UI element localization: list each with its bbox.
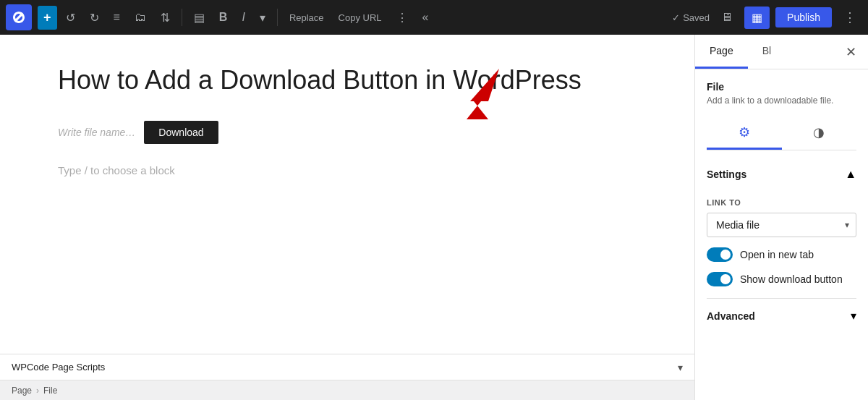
file-section-desc: Add a link to a downloadable file.: [707, 95, 856, 106]
undo-icon: ↺: [66, 11, 75, 25]
check-icon: ✓: [672, 12, 680, 23]
bold-icon: B: [219, 11, 228, 24]
align-button[interactable]: ▤: [188, 7, 210, 29]
updown-icon: ⇅: [161, 11, 170, 25]
show-download-toggle[interactable]: [707, 272, 733, 286]
block-placeholder[interactable]: Type / to choose a block: [58, 158, 637, 182]
bold-button[interactable]: B: [213, 7, 234, 28]
link-to-select[interactable]: Media file Attachment page Custom URL: [707, 213, 856, 237]
settings-section-header[interactable]: Settings ▲: [707, 162, 856, 187]
copy-url-label: Copy URL: [339, 12, 382, 23]
align-icon: ▤: [194, 11, 205, 25]
sidebar-body: File Add a link to a downloadable file. …: [695, 69, 868, 400]
advanced-section-header[interactable]: Advanced ▾: [707, 299, 856, 333]
saved-status: ✓ Saved: [672, 12, 710, 23]
link-to-label: LINK TO: [707, 198, 856, 207]
folder-icon: 🗂: [135, 11, 146, 24]
toolbar: + ↺ ↻ ≡ 🗂 ⇅ ▤ B I ▾ Replace Copy URL ⋮ «: [0, 0, 868, 35]
bottom-chevron-icon[interactable]: ▾: [678, 362, 683, 373]
list-view-button[interactable]: ≡: [108, 7, 126, 28]
toolbar-options-button[interactable]: ⋮: [838, 7, 862, 28]
chevron-down-icon: ▾: [260, 11, 265, 25]
breadcrumb-bar: Page › File: [0, 380, 694, 400]
file-section-title: File: [707, 81, 856, 93]
folder-button[interactable]: 🗂: [129, 7, 152, 28]
more-icon: ⋮: [396, 11, 408, 25]
redo-icon: ↻: [90, 11, 99, 25]
advanced-title: Advanced: [707, 310, 755, 322]
open-new-tab-toggle[interactable]: [707, 247, 733, 262]
format-dropdown[interactable]: ▾: [254, 7, 271, 29]
sidebar-panel: Page Bl ✕ File Add a link to a downloada…: [694, 35, 868, 400]
collapse-icon: «: [422, 11, 429, 24]
toolbar-actions: ✓ Saved 🖥 ▦ Publish ⋮: [672, 7, 862, 29]
tab-page[interactable]: Page: [695, 35, 748, 69]
divider-1: [182, 9, 182, 26]
more-options-button[interactable]: ⋮: [391, 7, 414, 29]
link-to-select-wrapper: Media file Attachment page Custom URL ▾: [707, 213, 856, 237]
expand-advanced-icon: ▾: [851, 309, 856, 323]
copy-url-button[interactable]: Copy URL: [333, 8, 388, 27]
editor-wrapper: How to Add a Download Button in WordPres…: [0, 35, 694, 400]
publish-button[interactable]: Publish: [775, 7, 832, 27]
replace-button[interactable]: Replace: [284, 8, 330, 27]
settings-section: Settings ▲ LINK TO Media file Attachment…: [707, 150, 856, 298]
move-button[interactable]: ⇅: [155, 7, 176, 29]
breadcrumb-page[interactable]: Page: [12, 386, 32, 396]
download-button[interactable]: Download: [144, 121, 218, 144]
editor-content[interactable]: How to Add a Download Button in WordPres…: [0, 35, 694, 354]
settings-toggle-button[interactable]: ▦: [744, 7, 770, 29]
monitor-icon: 🖥: [721, 11, 733, 24]
advanced-section: Advanced ▾: [707, 298, 856, 333]
sidebar-close-button[interactable]: ✕: [834, 35, 868, 69]
plus-icon: +: [43, 10, 51, 25]
sidebar-header: Page Bl ✕: [695, 35, 868, 69]
open-new-tab-row: Open in new tab: [707, 247, 856, 262]
sidebar-icon: ▦: [752, 11, 762, 25]
app-logo: [6, 4, 32, 30]
redo-button[interactable]: ↻: [84, 7, 105, 29]
file-name-input[interactable]: Write file name…: [58, 127, 135, 138]
undo-button[interactable]: ↺: [60, 7, 81, 29]
vertical-dots-icon: ⋮: [843, 10, 856, 25]
open-new-tab-label: Open in new tab: [740, 249, 814, 260]
settings-title: Settings: [707, 169, 746, 180]
style-icon: ◑: [813, 124, 825, 140]
gear-icon: ⚙: [739, 124, 750, 140]
tab-block[interactable]: Bl: [748, 35, 834, 69]
file-section: File Add a link to a downloadable file.: [707, 81, 856, 106]
tab-style-icon[interactable]: ◑: [782, 117, 857, 150]
show-download-label: Show download button: [740, 273, 843, 285]
replace-label: Replace: [289, 12, 324, 23]
logo-icon: [12, 10, 26, 25]
main-area: How to Add a Download Button in WordPres…: [0, 35, 868, 400]
post-title[interactable]: How to Add a Download Button in WordPres…: [58, 64, 637, 98]
file-block: Write file name… Download: [58, 121, 637, 144]
wpcode-label: WPCode Page Scripts: [12, 362, 105, 373]
italic-button[interactable]: I: [236, 7, 250, 28]
divider-2: [277, 9, 278, 26]
add-block-button[interactable]: +: [38, 6, 57, 30]
show-download-row: Show download button: [707, 272, 856, 286]
breadcrumb-separator: ›: [36, 386, 39, 396]
list-icon: ≡: [114, 11, 120, 24]
tab-settings-icon[interactable]: ⚙: [707, 117, 782, 150]
editor-area: How to Add a Download Button in WordPres…: [0, 35, 694, 354]
bottom-bar: WPCode Page Scripts ▾: [0, 354, 694, 380]
preview-button[interactable]: 🖥: [715, 7, 739, 28]
collapse-settings-icon: ▲: [845, 168, 856, 181]
breadcrumb-file[interactable]: File: [43, 386, 57, 396]
italic-icon: I: [242, 11, 244, 24]
settings-icon-tabs: ⚙ ◑: [707, 117, 856, 150]
collapse-button[interactable]: «: [417, 7, 435, 28]
